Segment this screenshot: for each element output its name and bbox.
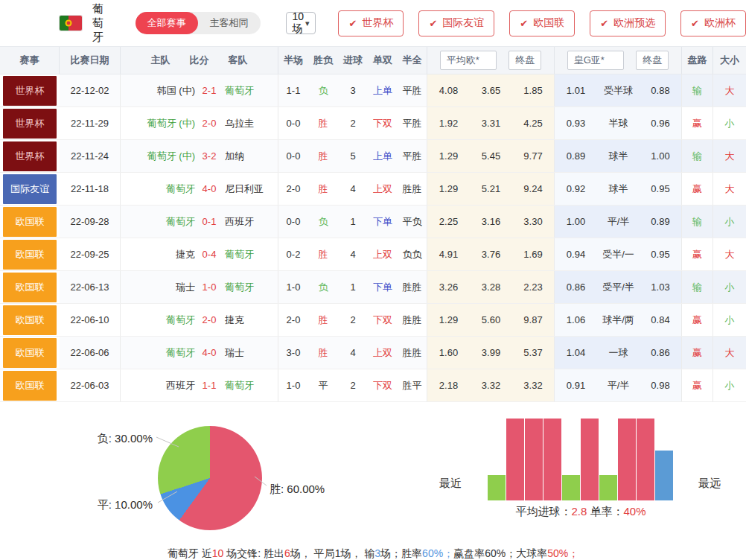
asia-odds-cell: 0.95 [640,238,682,270]
table-row[interactable]: 欧国联22-06-10葡萄牙2-0捷克2-0胜2下双胜胜1.295.609.87… [0,304,746,337]
date-cell: 22-06-06 [60,337,121,369]
tab-same-home-away[interactable]: 主客相同 [198,12,261,34]
asia-odds-cell: 受半/一 [597,238,640,270]
avg-goals-value: 2.8 [571,505,587,518]
asia-odds-cell: 0.88 [640,74,682,106]
asia-final-odds-button[interactable]: 终盘 [636,51,669,70]
halftime-cell: 2-0 [278,304,308,336]
halftime-cell: 1-1 [278,74,308,106]
result-cell: 胜 [308,238,338,270]
away-team-cell: 尼日利亚 [222,173,278,205]
asia-odds-cell: 一球 [597,337,640,369]
tab-all-matches[interactable]: 全部赛事 [136,12,198,34]
topbar: 葡萄牙 全部赛事 主客相同 10场 ▾ ✔世界杯✔国际友谊✔欧国联✔欧洲预选✔欧… [0,0,746,46]
table-row[interactable]: 国际友谊22-11-18葡萄牙4-0尼日利亚2-0胜4上双胜胜1.295.219… [0,173,746,206]
header-odd-even: 单双 [368,47,398,74]
check-icon: ✔ [348,18,357,29]
euro-odds-cell: 1.92 [427,107,470,139]
asia-odds-cell: 0.91 [555,369,597,401]
filter-button-欧洲杯[interactable]: ✔欧洲杯 [680,10,746,36]
asia-odds-cell: 半球 [597,107,640,139]
pie-label-win: 胜: 60.00% [270,483,325,497]
form-bar-胜 [581,419,599,500]
home-team-cell: 葡萄牙 [121,206,197,238]
goals-cell: 1 [338,206,368,238]
halftime-cell: 0-0 [278,140,308,172]
competition-cell: 世界杯 [0,107,60,139]
asia-odds-cell: 球半/两 [597,304,640,336]
competition-badge: 欧国联 [3,240,57,270]
table-row[interactable]: 欧国联22-09-28葡萄牙0-1西班牙0-0负1下单平负2.253.163.3… [0,206,746,238]
home-team-cell: 葡萄牙 [121,173,197,205]
match-count-select[interactable]: 10场 ▾ [286,12,316,34]
table-row[interactable]: 世界杯22-11-24葡萄牙 (中)3-2加纳0-0胜5上单平胜1.295.45… [0,140,746,173]
form-bar-平 [655,451,673,500]
score-cell: 0-4 [197,238,222,270]
home-team-cell: 葡萄牙 [121,337,197,369]
filter-button-世界杯[interactable]: ✔世界杯 [338,10,404,36]
competition-cell: 欧国联 [0,337,60,369]
euro-odds-cell: 1.85 [512,74,555,106]
euro-odds-cell: 4.91 [427,238,470,270]
away-team-cell: 葡萄牙 [222,238,278,270]
odd-even-cell: 下单 [368,206,398,238]
table-row[interactable]: 世界杯22-12-02韩国 (中)2-1葡萄牙1-1负3上单平胜4.083.65… [0,74,746,107]
table-row[interactable]: 欧国联22-09-25捷克0-4葡萄牙0-2胜4上双负负4.913.761.69… [0,238,746,271]
score-cell: 2-0 [197,107,222,139]
asia-odds-cell: 0.86 [555,271,597,303]
euro-odds-cell: 2.18 [427,369,470,401]
euro-odds-cell: 3.32 [470,369,512,401]
euro-odds-cell: 2.25 [427,206,470,238]
over-under-cell: 大 [713,238,746,270]
euro-odds-provider-select[interactable]: 平均欧* [440,51,497,70]
asia-odds-provider-select[interactable]: 皇G亚* [567,51,624,70]
header-half-full: 半全 [398,47,427,74]
odd-even-cell: 下双 [368,107,398,139]
half-full-cell: 平胜 [398,140,427,172]
portugal-flag-icon [60,16,82,31]
bars-label-recent: 最近 [439,477,462,491]
date-cell: 22-11-18 [60,173,121,205]
header-goals: 进球 [338,47,368,74]
result-cell: 平 [308,369,338,401]
home-team-cell: 葡萄牙 (中) [121,140,197,172]
odd-even-cell: 上单 [368,140,398,172]
handicap-result-cell: 输 [682,206,713,238]
euro-odds-cell: 3.99 [470,337,512,369]
filter-button-欧洲预选[interactable]: ✔欧洲预选 [590,10,666,36]
filter-button-欧国联[interactable]: ✔欧国联 [509,10,575,36]
table-row[interactable]: 欧国联22-06-03西班牙1-1葡萄牙1-0平2下双胜平2.183.323.3… [0,369,746,402]
score-cell: 4-0 [197,173,222,205]
away-team-cell: 葡萄牙 [222,74,278,106]
table-row[interactable]: 欧国联22-06-06葡萄牙4-0瑞士3-0胜4上双胜胜1.603.995.37… [0,337,746,369]
date-cell: 22-09-25 [60,238,121,270]
goals-cell: 5 [338,140,368,172]
asia-odds-cell: 平/半 [597,369,640,401]
competition-badge: 世界杯 [3,76,57,106]
table-row[interactable]: 世界杯22-11-29葡萄牙 (中)2-0乌拉圭0-0胜2下双平胜1.923.3… [0,107,746,140]
handicap-result-cell: 输 [682,74,713,106]
header-result: 胜负 [308,47,338,74]
competition-cell: 欧国联 [0,238,60,270]
date-cell: 22-11-29 [60,107,121,139]
euro-odds-cell: 3.28 [470,271,512,303]
competition-cell: 欧国联 [0,369,60,401]
euro-final-odds-button[interactable]: 终盘 [509,51,541,70]
form-bar-胜 [637,419,654,500]
asia-odds-cell: 球半 [597,140,640,172]
goals-cell: 3 [338,74,368,106]
header-teams: 主队 比分 客队 [121,47,278,74]
form-bar-负 [599,475,617,500]
half-full-cell: 平胜 [398,107,427,139]
date-cell: 22-12-02 [60,74,121,106]
charts-section: 负: 30.00% 平: 10.00% 胜: 60.00% 最近 最远 平均进球… [0,402,746,538]
filter-button-国际友谊[interactable]: ✔国际友谊 [418,10,494,36]
filter-label: 欧国联 [533,16,564,30]
table-row[interactable]: 欧国联22-06-13瑞士1-0葡萄牙1-0负1下单胜胜3.263.282.23… [0,271,746,304]
home-team-cell: 葡萄牙 [121,304,197,336]
score-cell: 1-0 [197,271,222,303]
asia-odds-cell: 平/半 [597,206,640,238]
odd-even-cell: 上双 [368,173,398,205]
match-scope-toggle: 全部赛事 主客相同 [136,12,261,34]
halftime-cell: 0-0 [278,206,308,238]
